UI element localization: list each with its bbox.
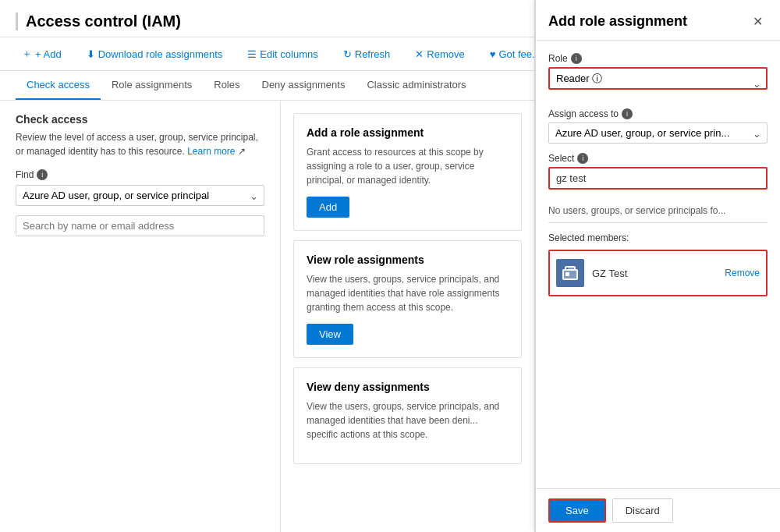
tab-check-access[interactable]: Check access bbox=[16, 71, 101, 100]
assign-access-info-icon[interactable]: i bbox=[622, 108, 633, 119]
role-label: Role i bbox=[548, 53, 768, 64]
card-desc-view: View the users, groups, service principa… bbox=[307, 272, 509, 314]
assign-access-select-wrapper: Azure AD user, group, or service prin... bbox=[548, 122, 768, 144]
find-dropdown[interactable]: Azure AD user, group, or service princip… bbox=[16, 185, 264, 206]
right-panel: Add role assignment ✕ Role i Reader ⓘ As… bbox=[535, 0, 780, 532]
assign-access-field-group: Assign access to i Azure AD user, group,… bbox=[548, 108, 768, 144]
find-label: Find i bbox=[16, 169, 264, 180]
check-access-panel: Check access Review the level of access … bbox=[0, 101, 281, 532]
external-link-icon: ↗ bbox=[238, 146, 246, 157]
select-label: Select i bbox=[548, 153, 768, 164]
card-title-deny: View deny assignments bbox=[307, 381, 509, 393]
remove-icon: ✕ bbox=[415, 48, 424, 60]
member-info: GZ Test bbox=[592, 268, 717, 279]
right-panel-header: Add role assignment ✕ bbox=[536, 0, 780, 41]
member-name: GZ Test bbox=[592, 268, 717, 279]
card-desc-add: Grant access to resources at this scope … bbox=[307, 145, 509, 187]
card-title-view: View role assignments bbox=[307, 254, 509, 266]
add-button[interactable]: ＋ + Add bbox=[16, 44, 68, 64]
toolbar: ＋ + Add ⬇ Download role assignments ☰ Ed… bbox=[0, 37, 534, 71]
discard-button[interactable]: Discard bbox=[612, 498, 673, 523]
selected-members-label: Selected members: bbox=[548, 232, 768, 243]
card-title-add: Add a role assignment bbox=[307, 126, 509, 139]
no-results-message: No users, groups, or service principals … bbox=[548, 199, 768, 223]
select-input[interactable] bbox=[548, 167, 768, 190]
view-card-button[interactable]: View bbox=[307, 324, 353, 345]
member-remove-link[interactable]: Remove bbox=[725, 268, 760, 278]
assign-access-label: Assign access to i bbox=[548, 108, 768, 119]
right-panel-body: Role i Reader ⓘ Assign access to i Azure… bbox=[536, 41, 780, 488]
tab-role-assignments[interactable]: Role assignments bbox=[101, 71, 203, 100]
cards-area: Add a role assignment Grant access to re… bbox=[281, 101, 534, 532]
view-deny-assignments-card: View deny assignments View the users, gr… bbox=[293, 367, 522, 464]
search-input[interactable] bbox=[16, 215, 264, 236]
add-role-assignment-card: Add a role assignment Grant access to re… bbox=[293, 113, 522, 231]
feedback-icon: ♥ bbox=[490, 48, 496, 60]
edit-columns-button[interactable]: ☰ Edit columns bbox=[241, 45, 324, 63]
tab-roles[interactable]: Roles bbox=[203, 71, 250, 100]
learn-more-link[interactable]: Learn more bbox=[187, 146, 235, 157]
save-button[interactable]: Save bbox=[548, 498, 606, 523]
find-select-wrapper: Azure AD user, group, or service princip… bbox=[16, 185, 264, 206]
svg-rect-0 bbox=[566, 272, 569, 276]
close-button[interactable]: ✕ bbox=[748, 12, 768, 30]
page-header: Access control (IAM) bbox=[0, 0, 534, 37]
refresh-button[interactable]: ↻ Refresh bbox=[337, 45, 397, 63]
role-select-wrapper: Reader ⓘ bbox=[548, 67, 768, 99]
main-content: Check access Review the level of access … bbox=[0, 101, 534, 532]
check-access-title: Check access bbox=[16, 113, 264, 126]
left-panel: Access control (IAM) ＋ + Add ⬇ Download … bbox=[0, 0, 535, 532]
find-info-icon[interactable]: i bbox=[37, 169, 48, 180]
right-panel-title: Add role assignment bbox=[548, 13, 687, 30]
download-icon: ⬇ bbox=[87, 48, 95, 60]
select-info-icon[interactable]: i bbox=[577, 153, 588, 164]
add-icon: ＋ bbox=[22, 47, 32, 61]
columns-icon: ☰ bbox=[247, 48, 257, 60]
assign-access-dropdown[interactable]: Azure AD user, group, or service prin... bbox=[548, 122, 768, 144]
role-field-group: Role i Reader ⓘ bbox=[548, 53, 768, 99]
right-panel-footer: Save Discard bbox=[536, 488, 780, 532]
card-desc-deny: View the users, groups, service principa… bbox=[307, 399, 509, 442]
tab-deny-assignments[interactable]: Deny assignments bbox=[251, 71, 356, 100]
tabs-bar: Check access Role assignments Roles Deny… bbox=[0, 71, 534, 101]
download-button[interactable]: ⬇ Download role assignments bbox=[80, 45, 229, 63]
member-avatar-icon bbox=[561, 264, 580, 282]
view-role-assignments-card: View role assignments View the users, gr… bbox=[293, 240, 522, 358]
remove-button[interactable]: ✕ Remove bbox=[409, 45, 470, 63]
member-card: GZ Test Remove bbox=[548, 250, 768, 296]
check-access-description: Review the level of access a user, group… bbox=[16, 130, 264, 158]
page-title: Access control (IAM) bbox=[16, 12, 519, 30]
select-field-group: Select i bbox=[548, 153, 768, 190]
tab-classic-admins[interactable]: Classic administrators bbox=[356, 71, 477, 100]
member-avatar bbox=[556, 259, 584, 287]
add-card-button[interactable]: Add bbox=[307, 197, 349, 218]
refresh-icon: ↻ bbox=[343, 48, 352, 60]
role-info-icon[interactable]: i bbox=[571, 53, 582, 64]
role-dropdown[interactable]: Reader ⓘ bbox=[548, 67, 768, 90]
